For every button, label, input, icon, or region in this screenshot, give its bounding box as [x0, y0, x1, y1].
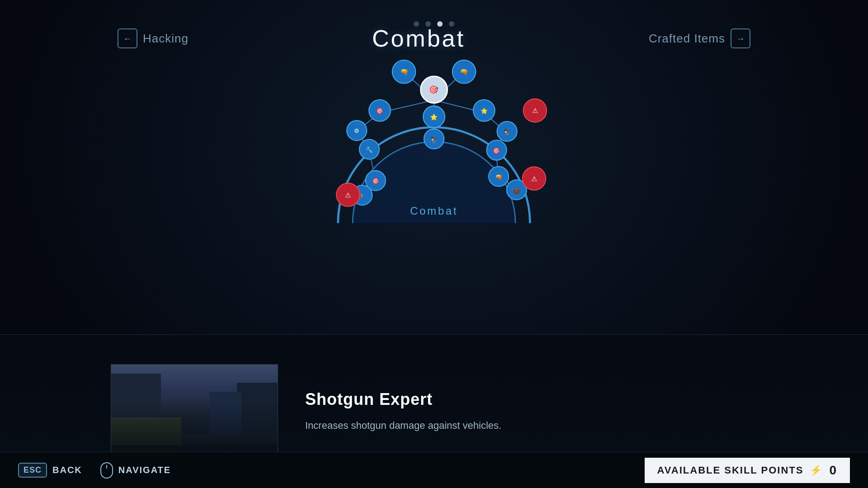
lightning-icon: ⚡	[810, 465, 823, 476]
svg-text:⭐: ⭐	[481, 108, 488, 115]
skill-points-panel: AVAILABLE SKILL POINTS ⚡ 0	[645, 458, 850, 483]
nav-next[interactable]: Crafted Items →	[649, 28, 750, 48]
skill-tree[interactable]: 🎯 🔫 🔫 ⭐ 🦅 🎯 ⚙ 🔧 🎯 🚶 ⚠ ⭐ 🦅 🎯	[231, 27, 637, 244]
svg-text:🎯: 🎯	[372, 178, 380, 185]
controls-left: ESC BACK NAVIGATE	[18, 462, 171, 479]
svg-text:🔫: 🔫	[495, 174, 503, 181]
prev-arrow-btn[interactable]: ←	[118, 28, 137, 48]
esc-key[interactable]: ESC	[18, 463, 47, 478]
next-arrow-icon: →	[736, 33, 745, 44]
svg-text:🔧: 🔧	[366, 146, 373, 154]
header-nav: ← Hacking Combat Crafted Items →	[0, 25, 868, 52]
skill-details: Shotgun Expert Increases shotgun damage …	[305, 390, 868, 433]
svg-text:💼: 💼	[513, 187, 520, 194]
skill-preview	[111, 364, 278, 459]
skill-description: Increases shotgun damage against vehicle…	[305, 418, 868, 433]
back-control[interactable]: ESC BACK	[18, 463, 82, 478]
svg-text:🔫: 🔫	[400, 68, 409, 76]
svg-text:🦅: 🦅	[504, 128, 511, 136]
skill-name: Shotgun Expert	[305, 390, 868, 409]
page-title: Combat	[372, 25, 465, 52]
svg-text:⚙: ⚙	[354, 127, 359, 134]
nav-prev[interactable]: ← Hacking	[118, 28, 189, 48]
svg-text:🦅: 🦅	[430, 136, 438, 143]
prev-arrow-icon: ←	[123, 33, 132, 44]
navigate-label: NAVIGATE	[118, 465, 171, 475]
svg-text:⚠: ⚠	[532, 107, 538, 114]
svg-text:⚠: ⚠	[345, 192, 351, 199]
svg-text:🔫: 🔫	[460, 68, 468, 76]
svg-text:Combat: Combat	[410, 205, 458, 217]
svg-text:⚠: ⚠	[531, 175, 537, 183]
navigate-control: NAVIGATE	[100, 462, 171, 479]
prev-nav-label: Hacking	[143, 32, 189, 46]
svg-text:🎯: 🎯	[493, 147, 500, 155]
skill-points-value: 0	[829, 463, 837, 478]
next-nav-label: Crafted Items	[649, 32, 725, 46]
next-arrow-btn[interactable]: →	[731, 28, 750, 48]
svg-text:⭐: ⭐	[430, 113, 439, 121]
svg-text:🎯: 🎯	[376, 108, 384, 115]
mouse-icon	[100, 462, 113, 479]
skill-points-label: AVAILABLE SKILL POINTS	[657, 465, 804, 476]
back-label: BACK	[52, 465, 82, 475]
bottom-control-bar: ESC BACK NAVIGATE AVAILABLE SKILL POINTS…	[0, 452, 868, 488]
svg-text:🎯: 🎯	[429, 85, 439, 94]
